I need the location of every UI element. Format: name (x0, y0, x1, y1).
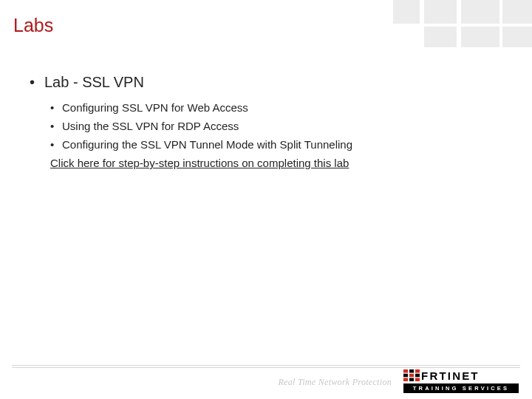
fortinet-mark-icon (403, 369, 420, 381)
deco-square (461, 0, 499, 24)
svg-rect-0 (403, 369, 408, 373)
brand-wordmark-tail: RTINET (429, 369, 479, 382)
deco-square (393, 0, 420, 24)
brand-subline: TRAINING SERVICES (403, 383, 519, 393)
svg-rect-6 (403, 378, 408, 382)
slide-root: Labs Lab - SSL VPN Configuring SSL VPN f… (0, 0, 532, 399)
footer-divider (12, 365, 520, 368)
svg-rect-1 (409, 369, 414, 373)
lab-subitem: Configuring the SSL VPN Tunnel Mode with… (50, 138, 502, 151)
deco-square (502, 27, 532, 47)
footer-tagline: Real Time Network Protection (278, 377, 392, 388)
slide-title: Labs (13, 15, 53, 36)
lab-subitem: Configuring SSL VPN for Web Access (50, 101, 502, 114)
deco-square (502, 0, 532, 24)
svg-rect-4 (409, 374, 414, 378)
decorative-squares (369, 0, 532, 50)
deco-square (461, 27, 499, 47)
deco-square (424, 0, 457, 24)
deco-square (424, 27, 457, 47)
brand-block: FRTINET TRAINING SERVICES (403, 369, 519, 393)
svg-rect-5 (415, 374, 420, 378)
svg-rect-7 (409, 378, 414, 382)
content-block: Lab - SSL VPN Configuring SSL VPN for We… (30, 74, 502, 169)
lab-heading: Lab - SSL VPN (30, 74, 502, 91)
brand-wordmark: FRTINET (421, 369, 480, 382)
svg-rect-8 (415, 378, 420, 382)
svg-rect-3 (403, 374, 408, 378)
lab-subitem: Using the SSL VPN for RDP Access (50, 120, 502, 132)
svg-rect-2 (415, 369, 420, 373)
lab-instructions-link[interactable]: Click here for step-by-step instructions… (50, 157, 502, 169)
brand-logo: FRTINET (403, 369, 519, 382)
